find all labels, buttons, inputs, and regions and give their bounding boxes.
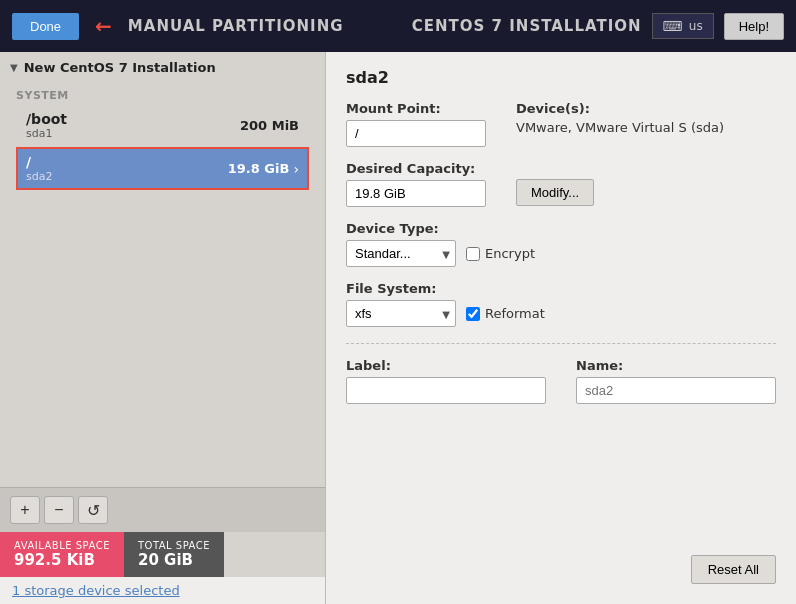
partition-root-device: sda2 [26, 170, 228, 183]
header-left: Done ← MANUAL PARTITIONING [12, 13, 344, 40]
partition-boot-name: /boot [26, 111, 240, 127]
name-label: Name: [576, 358, 776, 373]
partition-item-boot[interactable]: /boot sda1 200 MiB [16, 104, 309, 147]
encrypt-checkbox[interactable] [466, 247, 480, 261]
encrypt-label: Encrypt [485, 246, 535, 261]
partition-controls: + − ↺ [0, 487, 325, 532]
chevron-right-icon: › [293, 161, 299, 177]
total-space-value: 20 GiB [138, 551, 210, 569]
partition-boot-device: sda1 [26, 127, 240, 140]
space-info: AVAILABLE SPACE 992.5 KiB TOTAL SPACE 20… [0, 532, 325, 577]
remove-partition-button[interactable]: − [44, 496, 74, 524]
mount-device-row: Mount Point: Device(s): VMware, VMware V… [346, 101, 776, 147]
reformat-label: Reformat [485, 306, 545, 321]
device-type-label: Device Type: [346, 221, 439, 236]
capacity-row: Desired Capacity: Modify... [346, 161, 776, 207]
capacity-label: Desired Capacity: [346, 161, 486, 176]
right-panel: sda2 Mount Point: Device(s): VMware, VMw… [326, 52, 796, 604]
total-space-box: TOTAL SPACE 20 GiB [124, 532, 224, 577]
system-group: SYSTEM /boot sda1 200 MiB / sda2 19.8 Gi… [0, 83, 325, 192]
modify-button[interactable]: Modify... [516, 179, 594, 206]
partition-root-size: 19.8 GiB [228, 161, 290, 176]
mount-point-input[interactable] [346, 120, 486, 147]
page-title: MANUAL PARTITIONING [128, 17, 344, 35]
label-label: Label: [346, 358, 546, 373]
partition-boot-info: /boot sda1 [26, 111, 240, 140]
centos-title: CENTOS 7 INSTALLATION [412, 17, 642, 35]
divider [346, 343, 776, 344]
tree-expand-icon: ▼ [10, 62, 18, 73]
partition-root-info: / sda2 [26, 154, 228, 183]
devices-value: VMware, VMware Virtual S (sda) [516, 120, 724, 135]
tree-group-label: New CentOS 7 Installation [24, 60, 216, 75]
mount-point-label: Mount Point: [346, 101, 486, 116]
device-type-select[interactable]: Standar... LVM RAID [346, 240, 456, 267]
storage-link-bar: 1 storage device selected [0, 577, 325, 604]
main-layout: ▼ New CentOS 7 Installation SYSTEM /boot… [0, 52, 796, 604]
header: Done ← MANUAL PARTITIONING CENTOS 7 INST… [0, 0, 796, 52]
partition-item-root[interactable]: / sda2 19.8 GiB › [16, 147, 309, 190]
label-group: Label: [346, 358, 546, 404]
encrypt-group: Encrypt [466, 246, 535, 261]
capacity-input[interactable] [346, 180, 486, 207]
tree-header: ▼ New CentOS 7 Installation [0, 52, 325, 83]
mount-point-group: Mount Point: [346, 101, 486, 147]
system-label: SYSTEM [16, 89, 309, 102]
available-space-value: 992.5 KiB [14, 551, 110, 569]
arrow-indicator: ← [95, 14, 112, 38]
devices-group: Device(s): VMware, VMware Virtual S (sda… [516, 101, 724, 147]
detail-title: sda2 [346, 68, 776, 87]
reset-all-button[interactable]: Reset All [691, 555, 776, 584]
header-right: CENTOS 7 INSTALLATION ⌨ us Help! [412, 13, 784, 40]
left-panel: ▼ New CentOS 7 Installation SYSTEM /boot… [0, 52, 326, 604]
filesystem-label-row: File System: [346, 281, 776, 296]
storage-device-link[interactable]: 1 storage device selected [12, 583, 180, 598]
filesystem-label: File System: [346, 281, 437, 296]
device-type-label-row: Device Type: [346, 221, 776, 236]
filesystem-select-wrapper: xfs ext4 ext3 ext2 swap ▼ [346, 300, 456, 327]
filesystem-row: xfs ext4 ext3 ext2 swap ▼ Reformat [346, 300, 776, 327]
name-input[interactable] [576, 377, 776, 404]
partition-root-name: / [26, 154, 228, 170]
total-space-label: TOTAL SPACE [138, 540, 210, 551]
reformat-checkbox[interactable] [466, 307, 480, 321]
filesystem-select[interactable]: xfs ext4 ext3 ext2 swap [346, 300, 456, 327]
reformat-group: Reformat [466, 306, 545, 321]
devices-label: Device(s): [516, 101, 724, 116]
capacity-group: Desired Capacity: [346, 161, 486, 207]
available-space-label: AVAILABLE SPACE [14, 540, 110, 551]
name-group: Name: [576, 358, 776, 404]
keyboard-widget[interactable]: ⌨ us [652, 13, 714, 39]
device-type-row: Standar... LVM RAID ▼ Encrypt [346, 240, 776, 267]
keyboard-icon: ⌨ [663, 18, 683, 34]
partition-boot-size: 200 MiB [240, 118, 299, 133]
refresh-button[interactable]: ↺ [78, 496, 108, 524]
label-input[interactable] [346, 377, 546, 404]
keyboard-locale: us [689, 19, 703, 33]
device-type-select-wrapper: Standar... LVM RAID ▼ [346, 240, 456, 267]
modify-group: Modify... [516, 161, 594, 207]
done-button[interactable]: Done [12, 13, 79, 40]
help-button[interactable]: Help! [724, 13, 784, 40]
available-space-box: AVAILABLE SPACE 992.5 KiB [0, 532, 124, 577]
label-name-row: Label: Name: [346, 358, 776, 404]
partition-tree: ▼ New CentOS 7 Installation SYSTEM /boot… [0, 52, 325, 487]
add-partition-button[interactable]: + [10, 496, 40, 524]
